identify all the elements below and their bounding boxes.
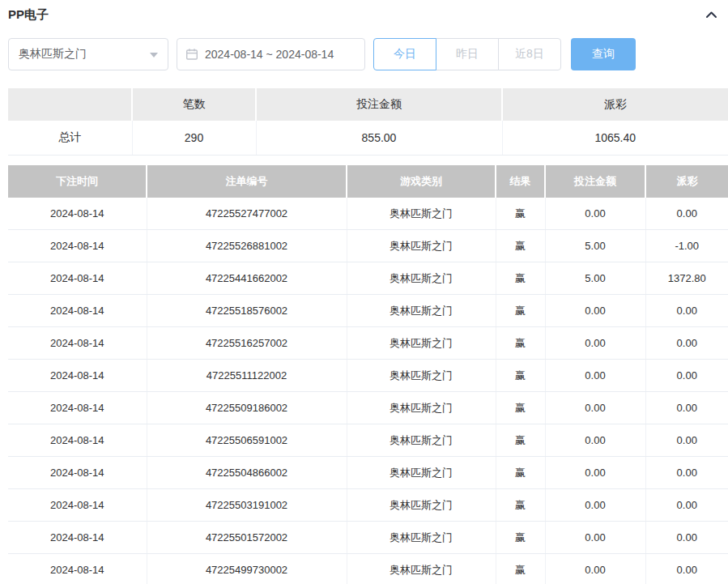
- bet-time-cell: 2024-08-14: [8, 457, 147, 489]
- order-id-cell: 47225527477002: [147, 198, 347, 230]
- table-row: 2024-08-14 47225499730002 奥林匹斯之门 赢 0.00 …: [8, 554, 728, 584]
- result-cell: 赢: [496, 522, 545, 554]
- chevron-up-icon: [705, 11, 718, 23]
- game-type-cell: 奥林匹斯之门: [347, 198, 496, 230]
- order-id-cell: 47225526881002: [147, 230, 347, 262]
- order-id-cell: 47225503191002: [147, 489, 347, 522]
- table-row: 2024-08-14 47225506591002 奥林匹斯之门 赢 0.00 …: [8, 424, 728, 457]
- collapse-panel-button[interactable]: [705, 9, 718, 20]
- bet-amount-cell: 0.00: [545, 392, 645, 424]
- payout-cell: 0.00: [645, 327, 728, 360]
- bet-time-cell: 2024-08-14: [8, 360, 147, 392]
- result-cell: 赢: [496, 295, 545, 327]
- bet-amount-cell: 0.00: [545, 327, 645, 360]
- bet-time-cell: 2024-08-14: [8, 262, 147, 295]
- result-cell: 赢: [496, 489, 545, 522]
- result-cell: 赢: [496, 198, 545, 230]
- result-cell: 赢: [496, 424, 545, 457]
- page-title: PP电子: [8, 7, 49, 23]
- table-row: 2024-08-14 47225511122002 奥林匹斯之门 赢 0.00 …: [8, 360, 728, 392]
- bet-time-cell: 2024-08-14: [8, 392, 147, 424]
- game-type-cell: 奥林匹斯之门: [347, 554, 496, 584]
- bet-amount-cell: 0.00: [545, 522, 645, 554]
- result-cell: 赢: [496, 554, 545, 584]
- records-header-row: 下注时间注单编号游戏类别结果投注金额派彩: [8, 165, 728, 198]
- game-type-cell: 奥林匹斯之门: [347, 457, 496, 489]
- bet-time-cell: 2024-08-14: [8, 295, 147, 327]
- order-id-cell: 47225509186002: [147, 392, 347, 424]
- pp-electronics-panel: PP电子 奥林匹斯之门 2024-08-14 ~ 2024-08-14 今日昨日…: [0, 0, 728, 584]
- result-cell: 赢: [496, 327, 545, 360]
- quick-range-button[interactable]: 昨日: [436, 38, 499, 70]
- table-row: 2024-08-14 47225504866002 奥林匹斯之门 赢 0.00 …: [8, 457, 728, 489]
- payout-cell: 0.00: [645, 457, 728, 489]
- game-type-cell: 奥林匹斯之门: [347, 360, 496, 392]
- bet-amount-cell: 0.00: [545, 489, 645, 522]
- query-button[interactable]: 查询: [571, 38, 636, 70]
- column-header: 投注金额: [545, 165, 645, 198]
- bet-amount-cell: 0.00: [545, 554, 645, 584]
- payout-cell: 0.00: [645, 198, 728, 230]
- order-id-cell: 47225501572002: [147, 522, 347, 554]
- game-type-cell: 奥林匹斯之门: [347, 424, 496, 457]
- order-id-cell: 47225506591002: [147, 424, 347, 457]
- quick-range-button[interactable]: 今日: [373, 38, 436, 70]
- order-id-cell: 47225516257002: [147, 327, 347, 360]
- game-type-cell: 奥林匹斯之门: [347, 522, 496, 554]
- column-header: 投注金额: [256, 88, 502, 121]
- payout-cell: 0.00: [645, 424, 728, 457]
- payout-cell: 0.00: [645, 522, 728, 554]
- game-type-cell: 奥林匹斯之门: [347, 262, 496, 295]
- payout-cell: 0.00: [645, 489, 728, 522]
- table-row: 2024-08-14 47225501572002 奥林匹斯之门 赢 0.00 …: [8, 522, 728, 554]
- bet-time-cell: 2024-08-14: [8, 327, 147, 360]
- bet-time-cell: 2024-08-14: [8, 198, 147, 230]
- game-select-value: 奥林匹斯之门: [19, 47, 87, 62]
- game-type-cell: 奥林匹斯之门: [347, 489, 496, 522]
- game-type-cell: 奥林匹斯之门: [347, 392, 496, 424]
- chevron-down-icon: [150, 53, 158, 58]
- column-header: 游戏类别: [347, 165, 496, 198]
- bet-amount-cell: 5.00: [545, 230, 645, 262]
- column-header: 下注时间: [8, 165, 147, 198]
- order-id-cell: 47225499730002: [147, 554, 347, 584]
- game-select[interactable]: 奥林匹斯之门: [8, 38, 168, 70]
- column-header: 派彩: [645, 165, 728, 198]
- result-cell: 赢: [496, 392, 545, 424]
- summary-payout: 1065.40: [502, 121, 728, 156]
- quick-range-group: 今日昨日近8日: [373, 38, 561, 70]
- bet-time-cell: 2024-08-14: [8, 554, 147, 584]
- bet-amount-cell: 0.00: [545, 198, 645, 230]
- bet-records-table: 下注时间注单编号游戏类别结果投注金额派彩 2024-08-14 47225527…: [8, 165, 728, 584]
- date-range-input[interactable]: 2024-08-14 ~ 2024-08-14: [177, 38, 365, 70]
- order-id-cell: 47225518576002: [147, 295, 347, 327]
- table-row: 2024-08-14 47225526881002 奥林匹斯之门 赢 5.00 …: [8, 230, 728, 262]
- game-type-cell: 奥林匹斯之门: [347, 327, 496, 360]
- summary-table: 笔数投注金额派彩 总计 290 855.00 1065.40: [8, 88, 728, 156]
- date-range-value: 2024-08-14 ~ 2024-08-14: [205, 48, 334, 61]
- payout-cell: 1372.80: [645, 262, 728, 295]
- summary-bet-amount: 855.00: [256, 121, 502, 156]
- bet-amount-cell: 0.00: [545, 457, 645, 489]
- bet-time-cell: 2024-08-14: [8, 230, 147, 262]
- column-header: 笔数: [132, 88, 256, 121]
- table-row: 2024-08-14 47225516257002 奥林匹斯之门 赢 0.00 …: [8, 327, 728, 360]
- order-id-cell: 47225504866002: [147, 457, 347, 489]
- filter-bar: 奥林匹斯之门 2024-08-14 ~ 2024-08-14 今日昨日近8日 查…: [8, 38, 728, 70]
- bet-amount-cell: 0.00: [545, 360, 645, 392]
- order-id-cell: 47225511122002: [147, 360, 347, 392]
- table-row: 2024-08-14 47225518576002 奥林匹斯之门 赢 0.00 …: [8, 295, 728, 327]
- table-row: 2024-08-14 47225503191002 奥林匹斯之门 赢 0.00 …: [8, 489, 728, 522]
- table-row: 2024-08-14 47225509186002 奥林匹斯之门 赢 0.00 …: [8, 392, 728, 424]
- quick-range-button[interactable]: 近8日: [498, 38, 561, 70]
- bet-amount-cell: 0.00: [545, 295, 645, 327]
- payout-cell: 0.00: [645, 554, 728, 584]
- result-cell: 赢: [496, 457, 545, 489]
- column-header: 派彩: [502, 88, 728, 121]
- summary-total-row: 总计 290 855.00 1065.40: [8, 121, 728, 156]
- bet-amount-cell: 5.00: [545, 262, 645, 295]
- payout-cell: 0.00: [645, 295, 728, 327]
- summary-count: 290: [132, 121, 256, 156]
- payout-cell: -1.00: [645, 230, 728, 262]
- bet-time-cell: 2024-08-14: [8, 489, 147, 522]
